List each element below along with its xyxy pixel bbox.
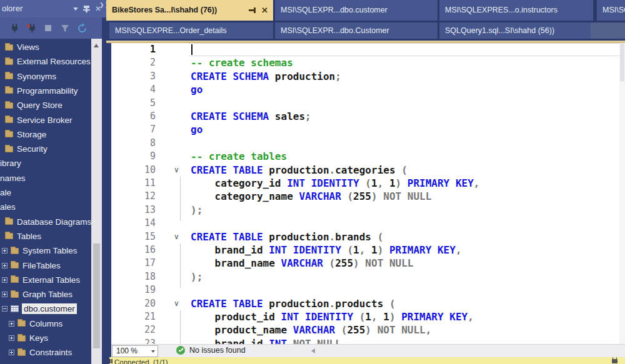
folder-icon	[5, 87, 13, 94]
editor-scrollbar-thumb[interactable]	[620, 44, 624, 81]
object-explorer-toolbar	[0, 17, 102, 39]
tree-item-system-tables[interactable]: System Tables	[0, 243, 91, 258]
refresh-icon[interactable]	[76, 22, 88, 34]
code-line[interactable]: 11 category_id INT IDENTITY (1, 1) PRIMA…	[111, 177, 625, 190]
editor-status-strip: 100 % No issues found	[111, 344, 625, 357]
sql-code-editor[interactable]: 12-- create schemas3CREATE SCHEMA produc…	[111, 43, 625, 344]
line-number: 19	[111, 283, 156, 297]
code-line[interactable]: 6CREATE SCHEMA sales;	[111, 110, 625, 123]
code-line[interactable]: 1	[111, 43, 625, 56]
line-number: 8	[111, 137, 156, 150]
chevron-down-icon[interactable]	[73, 7, 78, 11]
code-line[interactable]: 7go	[111, 123, 625, 136]
tree-item-ibrary[interactable]: ibrary	[0, 156, 91, 170]
tree-item-keys[interactable]: Keys	[0, 331, 91, 345]
document-tab[interactable]: MSI\SQLEXPRE...Order_details	[109, 22, 273, 39]
expand-icon[interactable]	[9, 335, 14, 341]
sidebar-scrollbar[interactable]	[91, 39, 102, 364]
fold-collapse-icon[interactable]: ∨	[174, 164, 185, 177]
document-tab[interactable]: MSI\SQLEXPR...dbo.Customer	[275, 22, 438, 39]
code-line[interactable]: 23 brand_id INT NOT NULL,	[111, 337, 625, 344]
code-line[interactable]: 9-- create tables	[111, 150, 625, 163]
tree-item-label: names	[0, 174, 26, 183]
expand-icon[interactable]	[2, 263, 8, 268]
pin-icon[interactable]	[249, 9, 255, 11]
code-line[interactable]: 10∨CREATE TABLE production.categories (	[111, 164, 625, 177]
code-line[interactable]: 8	[111, 137, 625, 150]
document-tab[interactable]: BikeStores Sa...I\shahd (76))✕	[106, 0, 273, 21]
code-line[interactable]: 21 product_id INT IDENTITY (1, 1) PRIMAR…	[111, 310, 625, 323]
tree-item-storage[interactable]: Storage	[0, 127, 91, 142]
tree-item-label: Views	[17, 42, 39, 52]
code-line[interactable]: 20∨CREATE TABLE production.products (	[111, 297, 625, 310]
sidebar-scrollbar-thumb[interactable]	[93, 243, 100, 348]
line-number: 2	[111, 56, 156, 69]
zoom-level-dropdown[interactable]: 100 %	[112, 345, 158, 357]
collapse-icon[interactable]	[2, 306, 8, 312]
folder-icon	[11, 277, 19, 283]
tree-item-tables[interactable]: Tables	[0, 229, 91, 243]
expand-icon[interactable]	[9, 321, 14, 327]
line-number: 12	[111, 190, 156, 203]
code-line[interactable]: 18);	[111, 270, 625, 283]
fold-collapse-icon[interactable]: ∨	[174, 297, 185, 310]
tree-item-names[interactable]: names	[0, 171, 91, 185]
tree-item-filetables[interactable]: FileTables	[0, 258, 91, 273]
fold-collapse-icon[interactable]: ∨	[174, 230, 185, 243]
scroll-left-arrow-icon[interactable]	[311, 348, 315, 353]
tree-item-views[interactable]: Views	[0, 40, 91, 54]
document-tab[interactable]: MSI\SQ	[597, 0, 625, 21]
tree-item-external-tables[interactable]: External Tables	[0, 273, 91, 287]
line-number: 22	[111, 323, 156, 337]
expand-icon[interactable]	[2, 277, 8, 283]
object-explorer-tree: ViewsExternal ResourcesSynonymsProgramma…	[0, 39, 91, 364]
code-line[interactable]: 22 product_name VARCHAR (255) NOT NULL,	[111, 323, 625, 337]
document-tab[interactable]: SQLQuery1.sql...SI\shahd (56))	[439, 22, 591, 39]
tree-item-ales[interactable]: ales	[0, 200, 91, 214]
disconnect-icon[interactable]	[26, 22, 37, 34]
tree-item-programmability[interactable]: Programmability	[0, 84, 91, 98]
tree-item-columns[interactable]: Columns	[0, 317, 91, 331]
connection-icon	[109, 359, 111, 363]
line-number: 10	[111, 164, 156, 177]
code-line[interactable]: 5	[111, 97, 625, 110]
code-line[interactable]: 12 category_name VARCHAR (255) NOT NULL	[111, 190, 625, 203]
document-tab[interactable]: MSI\SQLEXPRES...o.instructors	[439, 0, 593, 21]
line-number: 21	[111, 310, 156, 323]
expand-icon[interactable]	[2, 248, 8, 253]
code-line[interactable]: 17 brand_name VARCHAR (255) NOT NULL	[111, 257, 625, 270]
table-icon	[11, 305, 19, 312]
editor-vertical-scrollbar[interactable]	[619, 43, 625, 344]
code-line[interactable]: 16 brand_id INT IDENTITY (1, 1) PRIMARY …	[111, 243, 625, 257]
code-line[interactable]: 2-- create schemas	[111, 56, 625, 69]
code-line[interactable]: 15∨CREATE TABLE production.brands (	[111, 230, 625, 243]
expand-icon[interactable]	[9, 350, 14, 355]
document-tab[interactable]: MSI\SQLEXPR...dbo.customer	[275, 0, 438, 21]
tree-item-constraints[interactable]: Constraints	[0, 345, 91, 360]
tree-item-service-broker[interactable]: Service Broker	[0, 113, 91, 127]
code-line[interactable]: 3CREATE SCHEMA production;	[111, 70, 625, 83]
line-number: 6	[111, 110, 156, 123]
close-icon[interactable]: ✕	[261, 0, 268, 21]
code-line[interactable]: 4go	[111, 83, 625, 96]
code-line[interactable]: 13);	[111, 204, 625, 217]
tree-item-ale[interactable]: ale	[0, 185, 91, 200]
tree-item-dbo-customer[interactable]: dbo.customer	[0, 302, 91, 316]
scroll-up-arrow-icon[interactable]	[94, 44, 99, 47]
tree-item-database-diagrams[interactable]: Database Diagrams	[0, 215, 91, 229]
pin-icon[interactable]	[86, 6, 88, 12]
tree-item-external-resources[interactable]: External Resources	[0, 54, 91, 69]
indent-guide	[180, 177, 181, 221]
connect-icon[interactable]	[9, 22, 20, 34]
code-text: brand_id INT NOT NULL,	[191, 337, 347, 344]
tree-item-label: Keys	[29, 333, 48, 343]
code-line[interactable]: 19	[111, 283, 625, 297]
tree-item-query-store[interactable]: Query Store	[0, 98, 91, 112]
code-line[interactable]: 14	[111, 217, 625, 230]
tree-item-graph-tables[interactable]: Graph Tables	[0, 287, 91, 302]
tree-item-synonyms[interactable]: Synonyms	[0, 69, 91, 84]
tree-item-label: External Tables	[22, 275, 80, 285]
folder-icon	[5, 44, 13, 51]
expand-icon[interactable]	[2, 292, 8, 297]
tree-item-security[interactable]: Security	[0, 142, 91, 156]
